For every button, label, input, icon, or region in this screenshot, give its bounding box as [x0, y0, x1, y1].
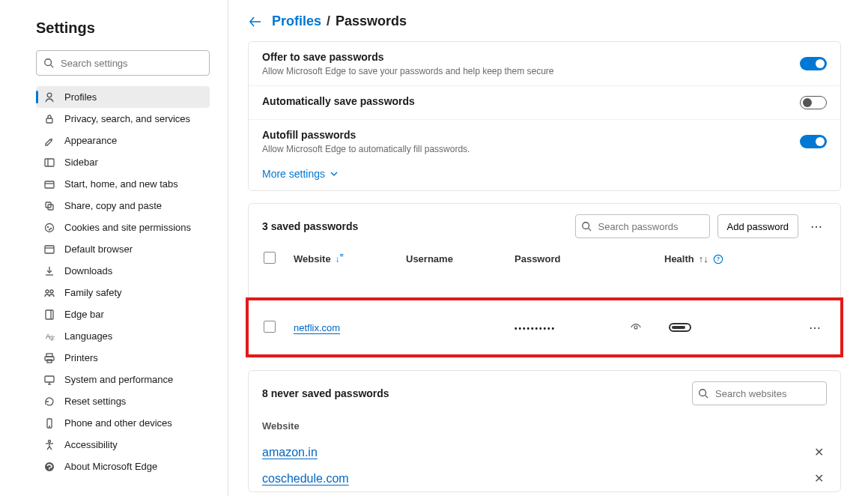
never-saved-row: coschedule.com✕ — [262, 465, 827, 492]
more-settings-link[interactable]: More settings — [249, 163, 840, 190]
phone-icon — [43, 417, 55, 429]
site-link-netflix[interactable]: netflix.com — [294, 322, 340, 333]
svg-point-43 — [699, 390, 706, 396]
browser-icon — [43, 244, 55, 255]
sidebar-item-languages[interactable]: A字Languages — [36, 325, 210, 347]
passwords-more-button[interactable]: ⋯ — [806, 216, 827, 237]
sidebar-item-privacy[interactable]: Privacy, search, and services — [36, 108, 210, 130]
sidebar-item-appearance[interactable]: Appearance — [36, 130, 210, 151]
select-all-checkbox[interactable] — [264, 252, 276, 264]
svg-line-1 — [51, 65, 54, 68]
col-username[interactable]: Username — [406, 253, 515, 264]
svg-rect-3 — [46, 118, 52, 123]
offer-title: Offer to save passwords — [262, 51, 554, 63]
never-saved-row: amazon.in✕ — [262, 439, 827, 465]
sidebar-item-label: Phone and other devices — [64, 417, 172, 429]
row-checkbox[interactable] — [264, 321, 276, 333]
svg-rect-14 — [45, 246, 54, 253]
never-site-link[interactable]: coschedule.com — [262, 472, 349, 486]
sidebar-item-label: Reset settings — [64, 396, 126, 407]
sidebar-item-reset[interactable]: Reset settings — [36, 390, 210, 412]
settings-search-input[interactable] — [36, 50, 210, 76]
sidebar-item-label: Family safety — [64, 287, 122, 298]
search-icon — [43, 58, 54, 68]
col-website[interactable]: Website ↓= — [294, 253, 406, 264]
svg-point-42 — [634, 326, 637, 329]
languages-icon: A字 — [43, 330, 55, 342]
sidebar-item-label: Sidebar — [64, 157, 98, 168]
sidebar-item-label: Default browser — [64, 244, 133, 255]
svg-point-2 — [47, 93, 52, 97]
highlighted-password-row: netflix.com •••••••••• ⋯ — [246, 297, 843, 357]
row-more-button[interactable]: ⋯ — [804, 317, 825, 338]
sidebar-item-about[interactable]: About Microsoft Edge — [36, 456, 210, 477]
chevron-down-icon — [330, 169, 339, 178]
col-health[interactable]: Health ↑↓ ? — [664, 253, 754, 264]
never-search-input[interactable] — [692, 381, 827, 405]
reveal-icon[interactable] — [630, 321, 642, 333]
col-password[interactable]: Password — [515, 253, 664, 264]
password-row-netflix[interactable]: netflix.com •••••••••• ⋯ — [249, 300, 840, 354]
reset-icon — [43, 396, 55, 408]
svg-text:?: ? — [717, 256, 720, 261]
sidebar-item-label: Privacy, search, and services — [64, 113, 190, 124]
search-icon — [581, 221, 592, 232]
sidebar-item-accessibility[interactable]: Accessibility — [36, 434, 210, 456]
sidebar-item-label: Cookies and site permissions — [64, 222, 191, 233]
svg-rect-27 — [45, 376, 54, 382]
svg-rect-20 — [46, 310, 53, 319]
autofill-toggle[interactable] — [800, 135, 827, 148]
svg-text:字: 字 — [49, 336, 55, 341]
sidebar-item-label: Profiles — [64, 91, 97, 103]
sidebar-item-downloads[interactable]: Downloads — [36, 260, 210, 282]
svg-point-12 — [51, 228, 52, 229]
sidebar-item-label: Appearance — [64, 135, 117, 146]
breadcrumb-parent[interactable]: Profiles — [272, 13, 321, 28]
sidebar-item-label: Accessibility — [64, 439, 118, 450]
never-search[interactable] — [692, 381, 827, 405]
sidebar-item-edgebar[interactable]: Edge bar — [36, 303, 210, 325]
share-icon — [43, 200, 55, 212]
settings-search[interactable] — [36, 50, 210, 76]
svg-rect-6 — [45, 181, 54, 188]
back-button[interactable] — [248, 14, 263, 29]
sidebar-item-profiles[interactable]: Profiles — [36, 86, 210, 108]
sidebar-item-share[interactable]: Share, copy and paste — [36, 195, 210, 217]
sort-updown-icon: ↑↓ — [699, 253, 708, 264]
sidebar-item-printers[interactable]: Printers — [36, 347, 210, 369]
never-site-link[interactable]: amazon.in — [262, 446, 318, 459]
appearance-icon — [43, 135, 55, 147]
sidebar-item-system[interactable]: System and performance — [36, 369, 210, 390]
sidebar-item-label: About Microsoft Edge — [64, 461, 157, 472]
svg-line-44 — [705, 396, 708, 399]
breadcrumb-current: Passwords — [336, 13, 407, 28]
sidebar-item-default[interactable]: Default browser — [36, 238, 210, 260]
main-content: Profiles / Passwords Offer to save passw… — [228, 0, 868, 496]
info-icon[interactable]: ? — [713, 254, 723, 264]
add-password-button[interactable]: Add password — [717, 214, 798, 238]
passwords-search[interactable] — [575, 214, 710, 238]
lock-icon — [43, 113, 55, 125]
search-icon — [698, 388, 708, 399]
svg-point-38 — [582, 223, 589, 229]
sidebar-item-label: Share, copy and paste — [64, 200, 162, 211]
svg-point-0 — [45, 59, 52, 66]
auto-toggle[interactable] — [800, 96, 827, 109]
tabs-icon — [43, 178, 55, 190]
passwords-search-input[interactable] — [575, 214, 710, 238]
system-icon — [43, 374, 55, 386]
sidebar-item-phone[interactable]: Phone and other devices — [36, 412, 210, 434]
offer-desc: Allow Microsoft Edge to save your passwo… — [262, 66, 554, 76]
never-saved-card: 8 never saved passwords Website amazon.i… — [248, 370, 841, 492]
svg-rect-26 — [47, 360, 52, 363]
sidebar-item-start[interactable]: Start, home, and new tabs — [36, 173, 210, 195]
remove-icon[interactable]: ✕ — [814, 471, 827, 486]
sidebar-item-cookies[interactable]: Cookies and site permissions — [36, 217, 210, 238]
offer-toggle[interactable] — [800, 57, 827, 70]
sidebar-item-sidebar[interactable]: Sidebar — [36, 151, 210, 173]
remove-icon[interactable]: ✕ — [814, 445, 827, 459]
about-icon — [43, 461, 55, 473]
sidebar-item-family[interactable]: Family safety — [36, 282, 210, 303]
never-count-label: 8 never saved passwords — [262, 387, 389, 399]
sidebar-item-label: Languages — [64, 330, 112, 342]
